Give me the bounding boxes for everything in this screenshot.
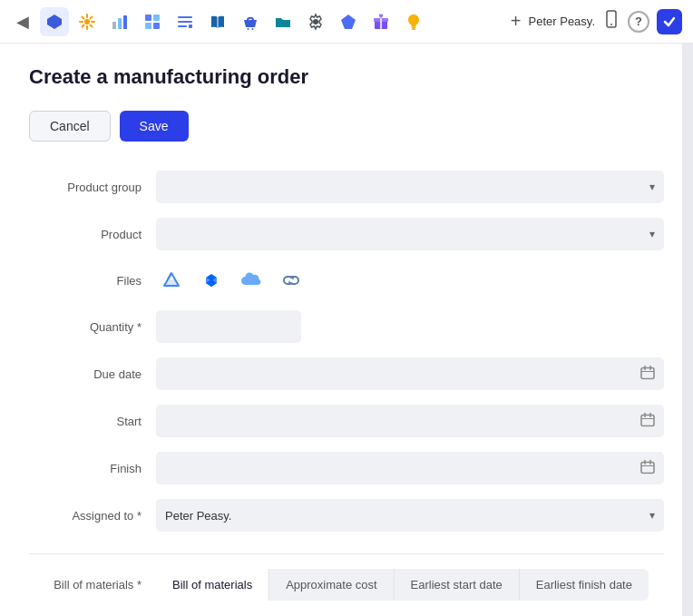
user-name-label: Peter Peasy. <box>529 15 595 28</box>
cancel-button-top[interactable]: Cancel <box>29 111 111 142</box>
start-date-wrapper <box>156 405 664 437</box>
svg-line-9 <box>83 24 84 26</box>
start-label: Start <box>29 415 156 428</box>
google-drive-button[interactable] <box>156 265 187 296</box>
due-date-row: Due date <box>29 357 664 390</box>
finish-label: Finish <box>29 462 156 475</box>
list-nav-icon[interactable] <box>171 7 200 36</box>
folder-nav-icon[interactable] <box>268 7 298 36</box>
save-button-top[interactable]: Save <box>120 111 189 142</box>
gift-nav-icon[interactable] <box>366 7 395 36</box>
back-button[interactable]: ◀ <box>11 8 34 35</box>
product-select-wrapper: ▾ <box>156 218 664 250</box>
svg-rect-19 <box>178 25 187 27</box>
svg-rect-13 <box>145 15 151 21</box>
svg-rect-10 <box>112 22 116 29</box>
right-scrollbar-decoration <box>682 44 693 616</box>
product-label: Product <box>29 228 156 241</box>
svg-line-6 <box>83 16 84 18</box>
finish-date-input[interactable] <box>156 452 664 484</box>
due-date-input[interactable] <box>156 357 664 390</box>
bulb-nav-icon[interactable] <box>399 7 428 36</box>
due-date-wrapper <box>156 357 664 390</box>
sparkle-nav-icon[interactable] <box>73 7 102 36</box>
diamond-nav-icon[interactable] <box>334 7 363 36</box>
svg-marker-0 <box>47 15 62 29</box>
help-nav-icon[interactable]: ? <box>628 11 649 33</box>
svg-point-32 <box>610 24 612 25</box>
page-title: Create a manufacturing order <box>29 65 664 89</box>
svg-rect-12 <box>123 15 127 29</box>
bom-tabs: Bill of materials Approximate cost Earli… <box>156 569 649 601</box>
add-nav-button[interactable]: + <box>511 11 522 32</box>
logo-nav-icon[interactable] <box>40 7 69 36</box>
top-navigation: ◀ <box>0 0 693 44</box>
svg-point-24 <box>313 19 318 24</box>
svg-rect-16 <box>153 23 160 29</box>
svg-rect-18 <box>178 21 192 23</box>
due-date-label: Due date <box>29 367 156 381</box>
product-group-label: Product group <box>29 181 156 194</box>
svg-rect-20 <box>189 24 192 28</box>
dropbox-button[interactable] <box>196 265 227 296</box>
nav-icons-group <box>40 7 505 36</box>
product-select[interactable] <box>156 218 664 250</box>
bom-tab-bill-of-materials[interactable]: Bill of materials <box>156 569 269 601</box>
check-nav-button[interactable] <box>657 9 682 34</box>
basket-nav-icon[interactable] <box>236 7 265 36</box>
bom-row: Bill of materials * Bill of materials Ap… <box>29 569 664 601</box>
quantity-input[interactable] <box>156 310 301 343</box>
nav-right-section: + Peter Peasy. ? <box>511 9 682 34</box>
svg-rect-17 <box>178 16 192 18</box>
files-row: Files <box>29 265 664 296</box>
start-row: Start <box>29 405 664 437</box>
book-nav-icon[interactable] <box>203 7 232 36</box>
product-group-row: Product group ▾ <box>29 171 664 203</box>
assigned-to-select-wrapper: Peter Peasy. ▾ <box>156 499 664 532</box>
assigned-to-label: Assigned to * <box>29 509 156 523</box>
assigned-to-row: Assigned to * Peter Peasy. ▾ <box>29 499 664 532</box>
svg-point-23 <box>252 28 254 30</box>
quantity-label: Quantity * <box>29 320 156 334</box>
product-row: Product ▾ <box>29 218 664 250</box>
chart-nav-icon[interactable] <box>105 7 134 36</box>
finish-date-wrapper <box>156 452 664 484</box>
files-icons-group <box>156 265 307 296</box>
main-content: Create a manufacturing order Cancel Save… <box>0 44 693 616</box>
cloud-upload-button[interactable] <box>236 265 267 296</box>
svg-marker-25 <box>341 15 356 29</box>
manufacturing-order-form: Product group ▾ Product ▾ Files <box>29 171 664 532</box>
svg-rect-30 <box>412 28 415 30</box>
svg-point-22 <box>248 28 249 30</box>
svg-rect-29 <box>412 26 416 28</box>
product-group-select-wrapper: ▾ <box>156 171 664 203</box>
finish-row: Finish <box>29 452 664 484</box>
gear-nav-icon[interactable] <box>301 7 330 36</box>
top-action-buttons: Cancel Save <box>29 111 664 142</box>
svg-line-7 <box>91 24 93 26</box>
bom-tab-earliest-finish-date[interactable]: Earliest finish date <box>520 569 649 601</box>
svg-rect-11 <box>118 18 122 29</box>
bill-of-materials-section: Bill of materials * Bill of materials Ap… <box>29 553 664 601</box>
svg-line-34 <box>168 273 171 279</box>
product-group-select[interactable] <box>156 171 664 203</box>
svg-rect-14 <box>153 15 160 21</box>
assigned-to-select[interactable]: Peter Peasy. <box>156 499 664 532</box>
svg-rect-15 <box>145 23 151 29</box>
bom-tab-earliest-start-date[interactable]: Earliest start date <box>395 569 520 601</box>
bom-tab-approximate-cost[interactable]: Approximate cost <box>269 569 394 601</box>
quantity-row: Quantity * <box>29 310 664 343</box>
files-label: Files <box>29 274 156 288</box>
bom-label: Bill of materials * <box>29 578 156 592</box>
start-date-input[interactable] <box>156 405 664 437</box>
phone-nav-icon[interactable] <box>602 10 620 33</box>
svg-point-1 <box>84 19 90 24</box>
svg-line-8 <box>91 16 93 18</box>
grid-nav-icon[interactable] <box>138 7 167 36</box>
link-button[interactable] <box>276 265 307 296</box>
